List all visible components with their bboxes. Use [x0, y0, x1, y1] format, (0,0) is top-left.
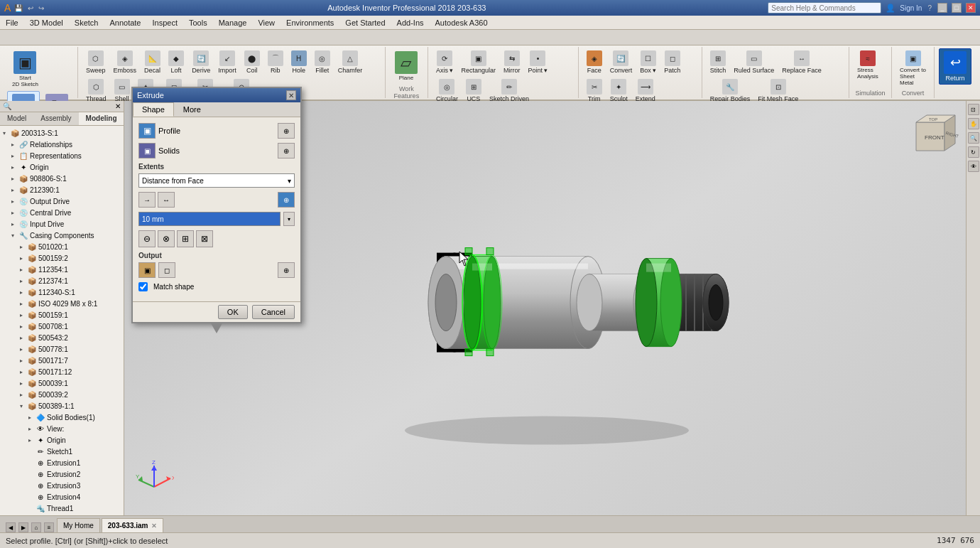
- minimize-btn[interactable]: _: [937, 3, 947, 13]
- doc-tab-close-btn[interactable]: ✕: [151, 522, 157, 530]
- convert-sheet-metal-btn[interactable]: ▣Convert toSheet Metal: [896, 48, 930, 88]
- tree-item[interactable]: ▸📦212390:1: [1, 184, 122, 195]
- tree-item[interactable]: ▾📦200313-S:1: [1, 127, 122, 139]
- extrude-tab-shape[interactable]: Shape: [133, 102, 174, 117]
- viewcube[interactable]: FRONT RIGHT TOP: [902, 108, 959, 165]
- tree-item[interactable]: ⊕Extrusion4: [1, 491, 122, 503]
- tree-item[interactable]: ▸📦500171:12: [1, 366, 122, 377]
- menu-item-view[interactable]: View: [252, 17, 281, 28]
- zoom-btn[interactable]: 🔍: [968, 132, 979, 144]
- axis-btn[interactable]: ⟳Axis ▾: [432, 48, 457, 76]
- op-new-solid-btn[interactable]: ⊞: [177, 230, 194, 247]
- mirror-btn[interactable]: ⇆Mirror: [500, 48, 524, 76]
- tree-item[interactable]: ⊕Extrusion3: [1, 480, 122, 491]
- panel-tab-model[interactable]: Model: [0, 112, 33, 125]
- op-cut-btn[interactable]: ⊖: [138, 230, 156, 247]
- tree-item[interactable]: ▸💿Central Drive: [1, 207, 122, 218]
- menu-item-manage[interactable]: Manage: [213, 17, 253, 28]
- profile-select-btn[interactable]: ▣: [138, 123, 156, 139]
- start-2d-sketch-btn[interactable]: ▣ Start2D Sketch: [7, 48, 43, 90]
- menu-item-file[interactable]: File: [0, 17, 24, 28]
- menu-item-autodesk-a360[interactable]: Autodesk A360: [430, 17, 494, 28]
- convert-btn[interactable]: 🔄Convert: [606, 48, 636, 76]
- tree-item[interactable]: ▸📦112340-S:1: [1, 286, 122, 298]
- tree-item[interactable]: ▸📦500039:1: [1, 377, 122, 389]
- menu-item-inspect[interactable]: Inspect: [147, 17, 183, 28]
- direction-btn-1[interactable]: →: [138, 192, 156, 208]
- nav-back-btn[interactable]: ◀: [6, 522, 16, 532]
- tree-item[interactable]: ▸📦500543:2: [1, 332, 122, 343]
- panel-tab-modeling[interactable]: Modeling: [79, 112, 124, 125]
- tree-item[interactable]: ✏Sketch1: [1, 446, 122, 457]
- loft-btn[interactable]: ◆Loft: [165, 48, 187, 76]
- tree-item[interactable]: ▸📦501020:1: [1, 241, 122, 252]
- menu-item-tools[interactable]: Tools: [183, 17, 213, 28]
- import-btn[interactable]: ↙Import: [214, 48, 240, 76]
- redo-quick-btn[interactable]: ↪: [37, 4, 45, 12]
- tree-item[interactable]: ▸📦212374:1: [1, 275, 122, 286]
- panel-expand-btn[interactable]: ✕: [115, 102, 121, 110]
- extrude-ok-btn[interactable]: OK: [218, 305, 248, 319]
- nav-home-btn[interactable]: ⌂: [31, 522, 41, 532]
- tree-item[interactable]: ▸📦500708:1: [1, 321, 122, 332]
- nav-list-btn[interactable]: ≡: [44, 522, 54, 532]
- menu-item-annotate[interactable]: Annotate: [104, 17, 146, 28]
- coil-btn[interactable]: ⬤Coil: [241, 48, 263, 76]
- return-btn[interactable]: ↩ Return: [939, 48, 971, 85]
- close-btn[interactable]: ✕: [966, 3, 976, 13]
- patch-btn[interactable]: ◻Patch: [660, 48, 684, 76]
- extrude-cancel-btn[interactable]: Cancel: [252, 305, 295, 319]
- tree-item[interactable]: ▸🔗Relationships: [1, 139, 122, 150]
- extrude-tab-more[interactable]: More: [174, 102, 210, 117]
- rectangular-btn[interactable]: ▣Rectangular: [457, 48, 499, 76]
- zoom-fit-btn[interactable]: ⊡: [968, 104, 979, 115]
- panel-tab-assembly[interactable]: Assembly: [33, 112, 78, 125]
- output-solid-btn[interactable]: ▣: [138, 262, 156, 278]
- search-input[interactable]: [768, 2, 881, 14]
- tree-item[interactable]: ▸✦Origin: [1, 434, 122, 446]
- output-surface-btn[interactable]: ◻: [158, 262, 175, 278]
- look-at-btn[interactable]: 👁: [968, 161, 979, 172]
- tree-item[interactable]: ▸💿Input Drive: [1, 218, 122, 230]
- tree-item[interactable]: ⊕Extrusion2: [1, 468, 122, 480]
- menu-item-sketch[interactable]: Sketch: [69, 17, 104, 28]
- tree-item[interactable]: ▸👁View:: [1, 423, 122, 434]
- stitch-btn[interactable]: ⊞Stitch: [707, 48, 730, 76]
- save-quick-btn[interactable]: 💾: [13, 4, 24, 12]
- hole-btn[interactable]: HHole: [288, 48, 310, 76]
- replace-face-btn[interactable]: ↔Replace Face: [778, 48, 825, 76]
- ruled-surface-btn[interactable]: ▭Ruled Surface: [730, 48, 778, 76]
- menu-item-add-ins[interactable]: Add-Ins: [391, 17, 430, 28]
- match-shape-checkbox[interactable]: [138, 282, 148, 291]
- distance-input[interactable]: 10 mm: [138, 212, 281, 226]
- tree-item[interactable]: ▸📦500039:2: [1, 389, 122, 400]
- solid-action-btn[interactable]: ⊕: [278, 143, 295, 159]
- tree-item[interactable]: ⊕Extrusion1: [1, 457, 122, 468]
- chamfer-btn[interactable]: △Chamfer: [334, 48, 366, 76]
- tree-item[interactable]: ▸📦500159:2: [1, 252, 122, 264]
- plane-btn[interactable]: ▱ Plane: [390, 48, 423, 84]
- emboss-btn[interactable]: ◈Emboss: [110, 48, 141, 76]
- tree-item[interactable]: ▸📦112354:1: [1, 264, 122, 275]
- solid-select-btn[interactable]: ▣: [138, 143, 156, 159]
- box-btn[interactable]: ☐Box ▾: [636, 48, 660, 76]
- tree-item[interactable]: ▸📦ISO 4029 M8 x 8:1: [1, 298, 122, 309]
- profile-action-btn2[interactable]: ⊕: [278, 192, 295, 208]
- doc-tab-current[interactable]: 203-633.iam ✕: [102, 518, 163, 532]
- tree-item[interactable]: ▸📦500159:1: [1, 309, 122, 321]
- pan-btn[interactable]: ✋: [968, 118, 979, 129]
- op-intersect-btn[interactable]: ⊗: [158, 230, 175, 247]
- tree-item[interactable]: ▾📦500389-1:1: [1, 400, 122, 412]
- tree-item[interactable]: ▸📦908806-S:1: [1, 173, 122, 184]
- menu-item-3d-model[interactable]: 3D Model: [24, 17, 69, 28]
- sign-in-link[interactable]: Sign In: [900, 4, 922, 12]
- orbit-btn[interactable]: ↻: [968, 146, 979, 158]
- tree-item[interactable]: ▸🔷Solid Bodies(1): [1, 412, 122, 423]
- point-btn[interactable]: •Point ▾: [524, 48, 551, 76]
- fillet-btn[interactable]: ◎Fillet: [311, 48, 334, 76]
- output-action-btn[interactable]: ⊕: [278, 262, 295, 278]
- tree-item[interactable]: ▾🔧Casing Components: [1, 230, 122, 241]
- sweep-btn[interactable]: ⬡Sweep: [82, 48, 109, 76]
- tree-item[interactable]: ▸💿Output Drive: [1, 195, 122, 207]
- distance-arrow-btn[interactable]: ▾: [283, 212, 295, 226]
